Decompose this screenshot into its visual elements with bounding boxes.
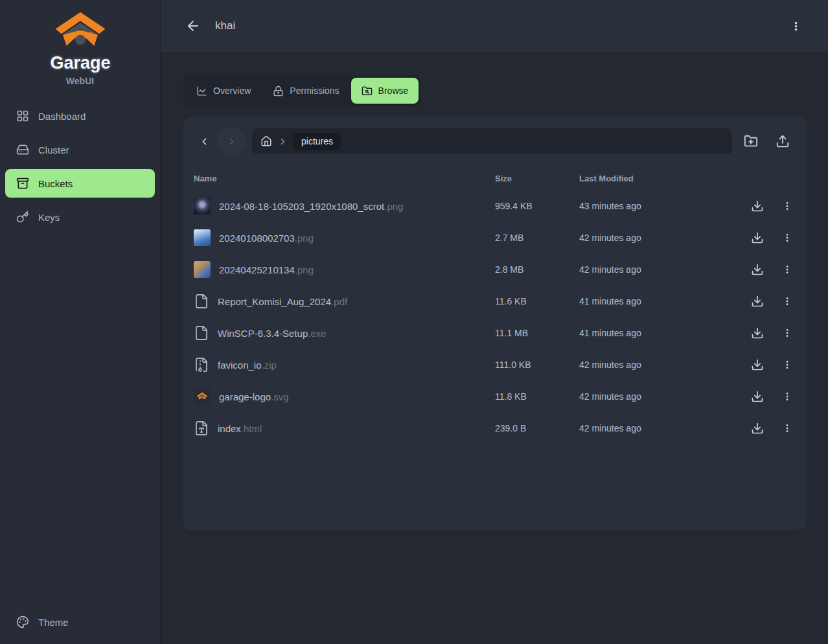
garage-logo-thumbnail <box>194 388 211 405</box>
download-button[interactable] <box>751 390 764 403</box>
file-archive-icon <box>194 357 209 373</box>
kebab-menu-icon <box>790 21 801 32</box>
file-link[interactable]: favicon_io.zip <box>194 357 495 373</box>
breadcrumb-bar[interactable]: pictures <box>252 128 732 154</box>
file-modified: 42 minutes ago <box>579 264 735 275</box>
chevron-left-icon <box>199 136 210 147</box>
file-extension: .html <box>241 423 262 434</box>
line-chart-icon <box>196 86 207 97</box>
main-area: khai Overview Permissions <box>161 0 828 644</box>
file-basename: WinSCP-6.3.4-Setup <box>218 328 308 339</box>
brand: Garage WebUI <box>0 0 160 86</box>
key-icon <box>16 211 29 224</box>
download-icon <box>751 263 764 276</box>
download-button[interactable] <box>751 327 764 339</box>
column-header-size: Size <box>495 174 579 183</box>
tab-label: Browse <box>378 86 409 96</box>
kebab-menu-icon <box>782 328 792 338</box>
sidebar-item-cluster[interactable]: Cluster <box>5 135 155 164</box>
folder-search-icon <box>362 86 373 97</box>
kebab-menu-icon <box>782 423 792 433</box>
home-icon[interactable] <box>260 135 272 147</box>
row-menu-button[interactable] <box>782 391 792 402</box>
file-size: 111.0 KB <box>495 360 579 370</box>
file-link[interactable]: 2024-08-18-105203_1920x1080_scrot.png <box>194 198 495 214</box>
tab-permissions[interactable]: Permissions <box>262 78 349 104</box>
download-button[interactable] <box>751 263 764 276</box>
new-folder-button[interactable] <box>744 134 758 148</box>
arrow-left-icon <box>185 18 201 34</box>
hard-drive-icon <box>16 143 29 156</box>
file-extension: .exe <box>308 328 326 339</box>
palette-icon <box>16 615 29 628</box>
file-modified: 42 minutes ago <box>579 233 735 243</box>
upload-button[interactable] <box>776 134 790 148</box>
archive-box-icon <box>16 177 29 190</box>
table-row: 2024-08-18-105203_1920x1080_scrot.png 95… <box>183 190 807 222</box>
download-button[interactable] <box>751 358 764 371</box>
download-icon <box>751 295 764 308</box>
sidebar-item-label: Buckets <box>38 178 73 189</box>
garage-logo-icon <box>52 10 109 52</box>
table-row: garage-logo.svg 11.8 KB 42 minutes ago <box>183 381 807 413</box>
sidebar-item-keys[interactable]: Keys <box>5 203 155 231</box>
file-icon <box>194 293 209 309</box>
file-basename: 2024-08-18-105203_1920x1080_scrot <box>219 201 384 212</box>
row-menu-button[interactable] <box>782 328 792 338</box>
column-header-modified: Last Modified <box>579 174 735 183</box>
file-modified: 42 minutes ago <box>579 360 735 370</box>
row-menu-button[interactable] <box>782 264 792 275</box>
sidebar-item-label: Keys <box>38 212 60 223</box>
file-table: Name Size Last Modified 2024-08-18-10520… <box>183 167 807 444</box>
download-icon <box>751 422 764 435</box>
sidebar-item-buckets[interactable]: Buckets <box>5 169 155 198</box>
bucket-tabs: Overview Permissions Browse <box>183 75 421 106</box>
file-extension: .svg <box>271 391 289 402</box>
theme-button[interactable]: Theme <box>5 608 155 636</box>
file-link[interactable]: Report_Komisi_Aug_2024.pdf <box>194 293 495 309</box>
image-thumbnail <box>194 229 211 246</box>
back-button[interactable] <box>184 17 202 35</box>
tab-overview[interactable]: Overview <box>186 78 261 104</box>
sidebar-item-label: Dashboard <box>38 111 86 122</box>
file-link[interactable]: 20240425210134.png <box>194 261 495 278</box>
history-back-button[interactable] <box>194 131 214 152</box>
file-link[interactable]: 20240108002703.png <box>194 229 495 246</box>
breadcrumb-segment[interactable]: pictures <box>293 133 341 150</box>
file-size: 239.0 B <box>495 423 579 433</box>
tab-label: Permissions <box>290 86 339 96</box>
download-button[interactable] <box>751 231 764 244</box>
row-menu-button[interactable] <box>782 296 792 306</box>
page-menu-button[interactable] <box>787 17 805 35</box>
file-link[interactable]: garage-logo.svg <box>194 388 495 405</box>
history-forward-button[interactable] <box>217 127 246 155</box>
image-thumbnail <box>194 198 211 214</box>
svg-text:Garage: Garage <box>50 53 110 73</box>
file-size: 2.8 MB <box>495 264 579 275</box>
download-button[interactable] <box>751 200 764 213</box>
kebab-menu-icon <box>782 296 792 306</box>
file-extension: .png <box>295 264 314 275</box>
column-header-name: Name <box>194 174 495 183</box>
row-menu-button[interactable] <box>782 233 792 243</box>
tab-label: Overview <box>213 86 251 96</box>
file-link[interactable]: index.html <box>194 420 495 436</box>
file-type-icon <box>194 420 209 436</box>
sidebar-item-label: Cluster <box>38 144 69 155</box>
sidebar-item-dashboard[interactable]: Dashboard <box>5 102 155 130</box>
content: Overview Permissions Browse <box>161 52 828 530</box>
table-row: favicon_io.zip 111.0 KB 42 minutes ago <box>183 349 807 381</box>
file-extension: .png <box>384 201 403 212</box>
row-menu-button[interactable] <box>782 201 792 211</box>
row-menu-button[interactable] <box>782 360 792 370</box>
tab-browse[interactable]: Browse <box>351 78 419 104</box>
download-button[interactable] <box>751 295 764 308</box>
table-row: index.html 239.0 B 42 minutes ago <box>183 413 807 444</box>
file-link[interactable]: WinSCP-6.3.4-Setup.exe <box>194 325 495 341</box>
row-menu-button[interactable] <box>782 423 792 433</box>
file-modified: 42 minutes ago <box>579 423 735 433</box>
table-row: WinSCP-6.3.4-Setup.exe 11.1 MB 41 minute… <box>183 317 807 349</box>
sidebar-nav: Dashboard Cluster Buckets Keys <box>0 102 160 231</box>
download-button[interactable] <box>751 422 764 435</box>
table-row: Report_Komisi_Aug_2024.pdf 11.6 KB 41 mi… <box>183 286 807 317</box>
